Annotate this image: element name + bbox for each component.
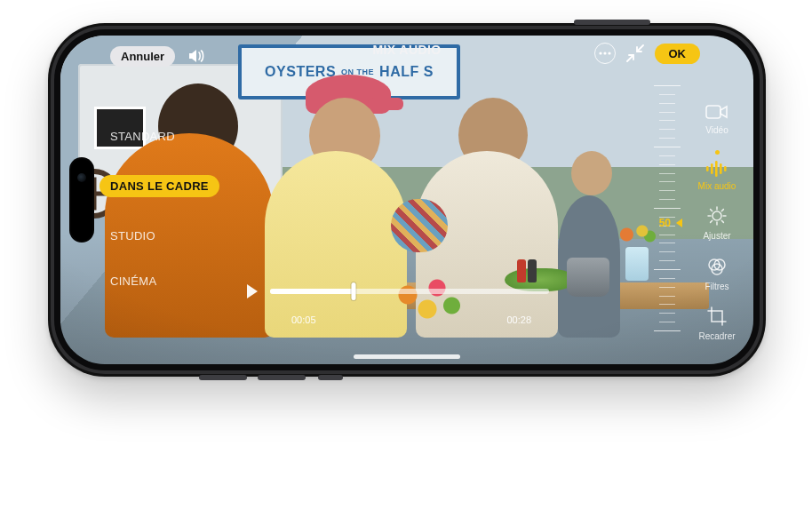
hw-volume-down xyxy=(258,375,306,380)
svg-point-0 xyxy=(599,52,601,54)
svg-point-2 xyxy=(608,52,610,54)
tab-adjust[interactable]: Ajuster xyxy=(691,205,743,241)
home-indicator xyxy=(354,354,460,359)
page-title: MIX AUDIO xyxy=(373,43,442,57)
svg-rect-8 xyxy=(724,166,727,171)
audio-mix-presets: STANDARD DANS LE CADRE STUDIO CINÉMA xyxy=(110,130,219,288)
iphone-device: OYSTERS ON THE HALF S xyxy=(48,23,766,377)
tab-label: Ajuster xyxy=(703,231,730,241)
edit-tabs: Vidéo Mix audio xyxy=(691,99,743,348)
tab-label: Mix audio xyxy=(698,181,736,191)
hw-volume-up xyxy=(199,375,247,380)
preset-studio[interactable]: STUDIO xyxy=(110,229,219,243)
tab-label: Filtres xyxy=(705,282,728,291)
tab-crop[interactable]: Recadrer xyxy=(691,306,743,341)
svg-rect-3 xyxy=(706,106,720,118)
timeline-fill xyxy=(270,289,354,294)
ok-button[interactable]: OK xyxy=(655,44,701,64)
volume-icon[interactable] xyxy=(187,48,207,64)
hw-power-button xyxy=(574,20,650,25)
preset-standard[interactable]: STANDARD xyxy=(110,130,219,143)
timeline-track[interactable] xyxy=(270,289,549,294)
svg-rect-5 xyxy=(711,163,713,174)
more-options-icon[interactable] xyxy=(594,43,616,64)
tab-label: Vidéo xyxy=(705,125,728,135)
play-button[interactable] xyxy=(247,284,258,298)
tab-mix-audio[interactable]: Mix audio xyxy=(691,150,743,191)
intensity-slider[interactable]: 50 xyxy=(654,85,681,330)
tab-video[interactable]: Vidéo xyxy=(691,103,743,135)
svg-rect-6 xyxy=(715,161,718,177)
timeline-handle[interactable] xyxy=(352,282,356,300)
exit-fullscreen-icon[interactable] xyxy=(626,44,644,62)
active-dot-icon xyxy=(715,150,720,155)
svg-point-1 xyxy=(603,52,606,54)
current-time: 00:05 xyxy=(291,314,316,325)
indicator-triangle-icon xyxy=(676,219,682,227)
intensity-value: 50 xyxy=(659,217,671,229)
hw-action-button xyxy=(318,375,343,380)
screen: OYSTERS ON THE HALF S xyxy=(60,36,753,364)
tab-label: Recadrer xyxy=(698,331,735,341)
cancel-button[interactable]: Annuler xyxy=(110,46,175,67)
preset-cinema[interactable]: CINÉMA xyxy=(110,274,219,288)
tab-filters[interactable]: Filtres xyxy=(691,256,743,291)
svg-rect-7 xyxy=(720,163,722,174)
total-time: 00:28 xyxy=(506,314,531,325)
preset-in-frame[interactable]: DANS LE CADRE xyxy=(100,175,219,197)
svg-point-9 xyxy=(712,211,721,220)
svg-rect-4 xyxy=(706,166,709,171)
